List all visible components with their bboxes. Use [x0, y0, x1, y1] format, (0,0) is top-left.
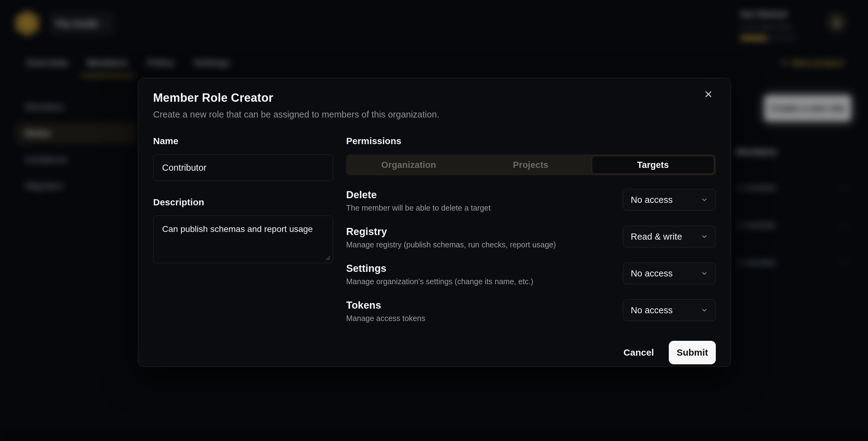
permissions-tab-organization[interactable]: Organization: [348, 156, 470, 174]
permission-description: The member will be able to delete a targ…: [346, 203, 491, 213]
modal-subtitle: Create a new role that can be assigned t…: [153, 109, 716, 120]
permissions-tab-projects[interactable]: Projects: [470, 156, 591, 174]
permission-title: Registry: [346, 226, 556, 238]
select-value: No access: [631, 269, 673, 279]
select-value: No access: [631, 305, 673, 315]
modal-footer: Cancel Submit: [153, 341, 716, 364]
chevron-down-icon: [701, 270, 708, 277]
delete-access-select[interactable]: No access: [623, 189, 716, 211]
permission-description: Manage registry (publish schemas, run ch…: [346, 240, 556, 249]
role-name-input[interactable]: [153, 154, 333, 181]
modal-body: Name Description Can publish schemas and…: [153, 136, 716, 323]
permissions-tab-bar: Organization Projects Targets: [346, 154, 716, 175]
tokens-access-select[interactable]: No access: [623, 300, 716, 321]
description-block: Description Can publish schemas and repo…: [153, 197, 333, 264]
chevron-down-icon: [701, 307, 708, 314]
settings-access-select[interactable]: No access: [623, 262, 716, 284]
permission-row-registry: Registry Manage registry (publish schema…: [346, 226, 716, 249]
chevron-down-icon: [701, 233, 708, 240]
chevron-down-icon: [701, 196, 708, 203]
permissions-label: Permissions: [346, 136, 716, 146]
permission-row-delete: Delete The member will be able to delete…: [346, 189, 716, 213]
registry-access-select[interactable]: Read & write: [623, 226, 716, 247]
permission-row-tokens: Tokens Manage access tokens No access: [346, 300, 716, 323]
name-label: Name: [153, 136, 333, 146]
select-value: No access: [631, 195, 673, 205]
modal-title: Member Role Creator: [153, 91, 716, 104]
description-label: Description: [153, 197, 333, 208]
cancel-button[interactable]: Cancel: [624, 347, 654, 358]
submit-button[interactable]: Submit: [669, 341, 716, 364]
permission-rows: Delete The member will be able to delete…: [346, 189, 716, 323]
permissions-tab-targets[interactable]: Targets: [592, 156, 714, 174]
select-value: Read & write: [631, 232, 682, 242]
permission-row-settings: Settings Manage organization's settings …: [346, 262, 716, 286]
permission-title: Delete: [346, 189, 491, 201]
permission-description: Manage organization's settings (change i…: [346, 277, 533, 286]
role-identity-column: Name Description Can publish schemas and…: [153, 136, 333, 323]
role-description-textarea[interactable]: Can publish schemas and report usage: [153, 216, 333, 263]
permissions-column: Permissions Organization Projects Target…: [346, 136, 716, 323]
member-role-creator-modal: ✕ Member Role Creator Create a new role …: [138, 78, 731, 367]
resize-handle-icon[interactable]: [325, 255, 331, 261]
permission-title: Tokens: [346, 300, 425, 311]
close-icon[interactable]: ✕: [700, 86, 716, 102]
permission-description: Manage access tokens: [346, 314, 425, 323]
permission-title: Settings: [346, 262, 533, 274]
